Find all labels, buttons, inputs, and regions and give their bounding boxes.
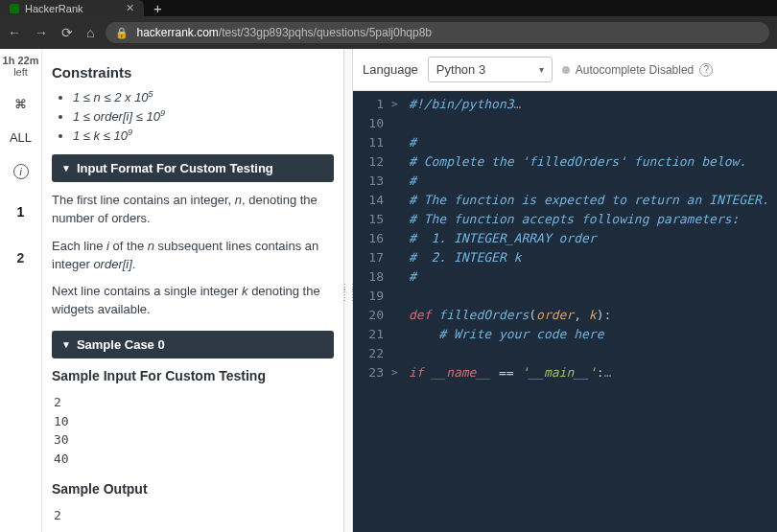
app: 1h 22m left ⌘ ALL i 1 2 Constraints 1 ≤ … bbox=[0, 49, 777, 532]
fold-column: > > bbox=[391, 91, 405, 532]
constraints-list: 1 ≤ n ≤ 2 x 105 1 ≤ order[i] ≤ 109 1 ≤ k… bbox=[52, 90, 334, 143]
command-icon[interactable]: ⌘ bbox=[14, 97, 27, 111]
autocomplete-indicator[interactable]: Autocomplete Disabled ? bbox=[562, 63, 713, 77]
url-host: hackerrank.com bbox=[136, 26, 218, 39]
back-icon[interactable]: ← bbox=[8, 25, 21, 40]
autocomplete-text: Autocomplete Disabled bbox=[576, 63, 694, 77]
forward-icon[interactable]: → bbox=[35, 25, 48, 40]
language-dropdown[interactable]: Python 3 ▾ bbox=[428, 57, 553, 82]
constraints-heading: Constraints bbox=[52, 64, 334, 81]
sample-input-label: Sample Input For Custom Testing bbox=[52, 368, 334, 383]
lock-icon: 🔒 bbox=[115, 27, 129, 39]
input-format-header-text: Input Format For Custom Testing bbox=[77, 161, 273, 175]
sample-case-header[interactable]: ▼ Sample Case 0 bbox=[52, 331, 334, 359]
fold-icon[interactable]: > bbox=[391, 363, 401, 382]
browser-tab[interactable]: HackerRank ✕ bbox=[0, 0, 144, 16]
fold-icon[interactable]: > bbox=[391, 95, 401, 114]
input-format-line2: Each line i of the n subsequent lines co… bbox=[52, 238, 334, 274]
gutter: 1 10 11 12 13 14 15 16 17 18 19 20 21 22… bbox=[353, 91, 391, 532]
code-lines: #!/bin/python3… # # Complete the 'filled… bbox=[405, 91, 769, 532]
chevron-down-icon: ▾ bbox=[539, 64, 544, 75]
home-icon[interactable]: ⌂ bbox=[86, 25, 94, 40]
help-icon[interactable]: ? bbox=[699, 63, 713, 77]
tab-title-text: HackerRank bbox=[25, 3, 83, 14]
sample-output: 2 bbox=[52, 502, 334, 529]
vertical-nav: 1h 22m left ⌘ ALL i 1 2 bbox=[0, 49, 42, 532]
favicon bbox=[10, 4, 19, 13]
language-value: Python 3 bbox=[436, 62, 485, 77]
url-path: /test/33gp893pqhs/questions/5palj0hqp8b bbox=[219, 26, 432, 39]
sample-case-header-text: Sample Case 0 bbox=[77, 337, 165, 352]
status-dot-icon bbox=[562, 66, 570, 74]
editor-toolbar: Language Python 3 ▾ Autocomplete Disable… bbox=[353, 49, 777, 91]
new-tab-button[interactable]: + bbox=[144, 0, 172, 16]
close-icon[interactable]: ✕ bbox=[126, 2, 134, 14]
constraint-item: 1 ≤ k ≤ 109 bbox=[73, 128, 334, 143]
caret-down-icon: ▼ bbox=[61, 163, 71, 173]
timer: 1h 22m left bbox=[3, 55, 39, 78]
timer-value: 1h 22m bbox=[3, 55, 39, 66]
browser-chrome: HackerRank ✕ + ← → ⟳ ⌂ 🔒 hackerrank.com/… bbox=[0, 0, 777, 49]
nav-icons: ← → ⟳ ⌂ bbox=[8, 25, 94, 40]
constraint-item: 1 ≤ n ≤ 2 x 105 bbox=[73, 90, 334, 104]
input-format-line1: The first line contains an integer, n, d… bbox=[52, 192, 334, 228]
info-icon[interactable]: i bbox=[13, 164, 29, 179]
input-format-line3: Next line contains a single integer k de… bbox=[52, 283, 334, 319]
editor-panel: Language Python 3 ▾ Autocomplete Disable… bbox=[353, 49, 777, 532]
sample-output-label: Sample Output bbox=[52, 481, 334, 497]
language-label: Language bbox=[363, 62, 418, 77]
code-editor[interactable]: 1 10 11 12 13 14 15 16 17 18 19 20 21 22… bbox=[353, 91, 777, 532]
caret-down-icon: ▼ bbox=[61, 339, 71, 350]
timer-label: left bbox=[3, 66, 39, 78]
question-2-tab[interactable]: 2 bbox=[17, 244, 25, 271]
all-tab[interactable]: ALL bbox=[10, 130, 32, 145]
sample-input: 2 10 30 40 bbox=[52, 389, 334, 472]
tab-bar: HackerRank ✕ + bbox=[0, 0, 777, 16]
address-bar: ← → ⟳ ⌂ 🔒 hackerrank.com/test/33gp893pqh… bbox=[0, 16, 777, 49]
problem-panel: Constraints 1 ≤ n ≤ 2 x 105 1 ≤ order[i]… bbox=[42, 49, 343, 532]
input-format-header[interactable]: ▼ Input Format For Custom Testing bbox=[52, 154, 334, 182]
question-1-tab[interactable]: 1 bbox=[17, 198, 25, 225]
constraint-item: 1 ≤ order[i] ≤ 109 bbox=[73, 109, 334, 124]
reload-icon[interactable]: ⟳ bbox=[61, 25, 73, 40]
url-input[interactable]: 🔒 hackerrank.com/test/33gp893pqhs/questi… bbox=[106, 22, 769, 43]
splitter[interactable]: ⋮⋮⋮⋮⋮⋮ bbox=[343, 49, 353, 532]
